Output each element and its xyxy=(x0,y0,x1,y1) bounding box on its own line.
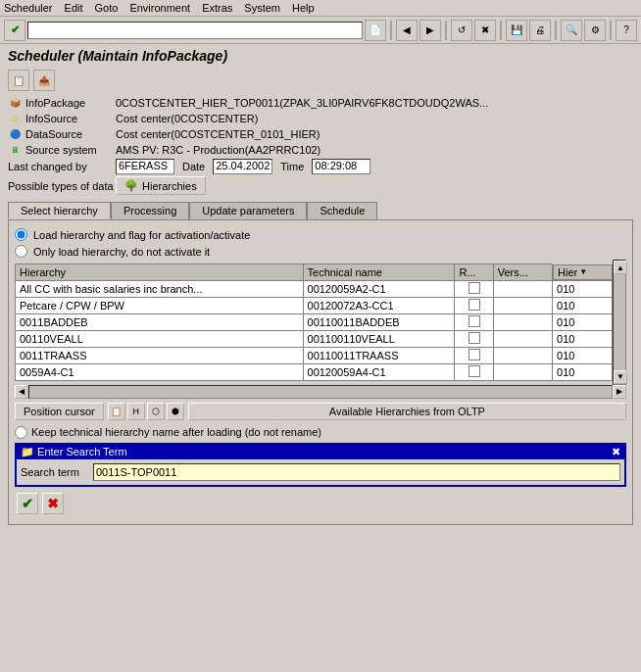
cell-techname: 00120059A4-C1 xyxy=(303,363,455,380)
pos-icon-2[interactable]: H xyxy=(127,403,145,420)
tab-schedule[interactable]: Schedule xyxy=(307,202,377,219)
table-row[interactable]: 00110VEALL 001100110VEALL 010 xyxy=(16,330,613,347)
radio-load-only-label: Only load hierarchy, do not activate it xyxy=(33,246,210,258)
pos-icon-1[interactable]: 📋 xyxy=(108,403,125,420)
confirm-cancel-button[interactable]: ✖ xyxy=(42,493,64,514)
time-label: Time xyxy=(280,161,304,172)
icon-bar-btn2[interactable]: 📤 xyxy=(33,70,55,91)
scroll-left-btn[interactable]: ◀ xyxy=(15,385,28,399)
menu-scheduler[interactable]: Scheduler xyxy=(4,2,53,14)
table-row[interactable]: 0011BADDEB 00110011BADDEB 010 xyxy=(16,313,613,330)
toolbar-save-icon[interactable]: 💾 xyxy=(506,20,527,41)
cell-vers xyxy=(493,347,552,363)
cell-r[interactable] xyxy=(455,280,493,297)
cell-hier: 010 xyxy=(553,363,613,380)
table-row[interactable]: All CC with basic salaries inc branch...… xyxy=(16,280,613,297)
datasource-icon: 🔵 xyxy=(8,127,22,141)
cell-techname: 00120059A2-C1 xyxy=(303,280,455,297)
pos-icon-3[interactable]: ⬡ xyxy=(147,403,165,420)
search-panel-close-icon[interactable]: ✖ xyxy=(612,446,620,458)
scroll-track-v[interactable] xyxy=(614,274,625,370)
toolbar-doc-icon[interactable]: 📄 xyxy=(365,20,386,41)
toolbar-checkmark[interactable]: ✔ xyxy=(4,20,25,41)
sourcesystem-label: Source system xyxy=(25,144,97,156)
toolbar-next-icon[interactable]: ▶ xyxy=(419,20,441,41)
cell-hierarchy: Petcare / CPW / BPW xyxy=(16,297,304,313)
scroll-up-btn[interactable]: ▲ xyxy=(614,261,627,274)
cell-r[interactable] xyxy=(455,330,493,347)
toolbar-separator5 xyxy=(610,21,612,40)
content-panel: Load hierarchy and flag for activation/a… xyxy=(8,219,633,525)
lastchanged-values: 6FERASS Date 25.04.2002 Time 08:29:08 xyxy=(116,159,370,174)
toolbar-separator4 xyxy=(555,21,557,40)
menu-extras[interactable]: Extras xyxy=(202,2,232,14)
cell-hier: 010 xyxy=(553,297,613,313)
search-panel: 📁 Enter Search Term ✖ Search term xyxy=(15,443,626,487)
hierarchies-icon: 🌳 xyxy=(124,179,138,192)
search-term-label: Search term xyxy=(21,466,89,478)
available-hierarchies-button[interactable]: Available Hierarchies from OLTP xyxy=(188,403,626,420)
cell-r[interactable] xyxy=(455,347,493,363)
cell-techname: 00120072A3-CC1 xyxy=(303,297,455,313)
tab-update-parameters[interactable]: Update parameters xyxy=(189,202,307,219)
confirm-ok-button[interactable]: ✔ xyxy=(17,493,38,514)
cell-vers xyxy=(493,330,552,347)
possibletypes-row: Possible types of data 🌳 Hierarchies xyxy=(8,175,633,196)
cell-hier: 010 xyxy=(553,347,613,363)
cell-r[interactable] xyxy=(455,297,493,313)
scroll-right-btn[interactable]: ▶ xyxy=(613,385,626,399)
menu-system[interactable]: System xyxy=(244,2,280,14)
search-term-input[interactable] xyxy=(93,463,620,481)
tab-select-hierarchy[interactable]: Select hierarchy xyxy=(8,202,111,219)
cell-r[interactable] xyxy=(455,363,493,380)
cell-vers xyxy=(493,280,552,297)
toolbar-settings-icon[interactable]: ⚙ xyxy=(584,20,606,41)
address-bar[interactable] xyxy=(27,22,363,39)
vertical-scrollbar[interactable]: ▲ ▼ xyxy=(613,260,626,385)
hierarchy-table-wrapper: Hierarchy Technical name R... Vers... Hi… xyxy=(15,260,613,385)
cell-vers xyxy=(493,313,552,330)
toolbar-help-icon[interactable]: ? xyxy=(616,20,637,41)
toolbar-refresh-icon[interactable]: ↺ xyxy=(451,20,472,41)
sourcesystem-row: 🖥 Source system AMS PV: R3C - Production… xyxy=(8,142,633,158)
toolbar-print-icon[interactable]: 🖨 xyxy=(529,20,551,41)
menu-help[interactable]: Help xyxy=(292,2,315,14)
infosource-row: ⚠ InfoSource Cost center(0COSTCENTER) xyxy=(8,111,633,126)
table-row[interactable]: 0059A4-C1 00120059A4-C1 010 xyxy=(16,363,613,380)
hierarchies-button[interactable]: 🌳 Hierarchies xyxy=(116,176,206,195)
menu-edit[interactable]: Edit xyxy=(65,2,83,14)
lastchanged-date: 25.04.2002 xyxy=(213,159,272,174)
cell-r[interactable] xyxy=(455,313,493,330)
cell-hierarchy: 0059A4-C1 xyxy=(16,363,304,380)
radio-load-only[interactable] xyxy=(15,245,27,258)
toolbar-find-icon[interactable]: 🔍 xyxy=(561,20,582,41)
tabs: Select hierarchy Processing Update param… xyxy=(8,202,633,219)
possibletypes-label: Possible types of data xyxy=(8,180,114,192)
menu-environment[interactable]: Environment xyxy=(129,2,190,14)
toolbar-stop-icon[interactable]: ✖ xyxy=(474,20,496,41)
table-row[interactable]: 0011TRAASS 00110011TRAASS 010 xyxy=(16,347,613,363)
datasource-label: DataSource xyxy=(25,128,82,140)
menu-goto[interactable]: Goto xyxy=(95,2,119,14)
search-panel-header: 📁 Enter Search Term ✖ xyxy=(17,445,624,459)
table-row[interactable]: Petcare / CPW / BPW 00120072A3-CC1 010 xyxy=(16,297,613,313)
search-term-row: Search term xyxy=(19,461,622,483)
cell-hier: 010 xyxy=(553,330,613,347)
position-cursor-button[interactable]: Position cursor xyxy=(15,403,104,420)
icon-bar-btn1[interactable]: 📋 xyxy=(8,70,29,91)
h-scroll-track[interactable] xyxy=(28,385,613,399)
toolbar-prev-icon[interactable]: ◀ xyxy=(396,20,418,41)
infosource-icon: ⚠ xyxy=(8,112,22,125)
scroll-down-btn[interactable]: ▼ xyxy=(614,370,627,384)
tab-processing[interactable]: Processing xyxy=(111,202,189,219)
sourcesystem-icon: 🖥 xyxy=(8,143,22,157)
pos-icon-4[interactable]: ⬢ xyxy=(167,403,184,420)
radio-keep-technical[interactable] xyxy=(15,426,27,439)
keep-technical-row: Keep technical hierarchy name after load… xyxy=(15,424,626,441)
search-panel-title: 📁 Enter Search Term xyxy=(21,446,127,458)
col-header-techname: Technical name xyxy=(303,264,455,281)
toolbar-separator3 xyxy=(500,21,502,40)
radio-load-activate[interactable] xyxy=(15,228,27,241)
col-sort-icon[interactable]: ▼ xyxy=(579,267,587,276)
col-header-hier: Hier ▼ xyxy=(553,264,612,280)
